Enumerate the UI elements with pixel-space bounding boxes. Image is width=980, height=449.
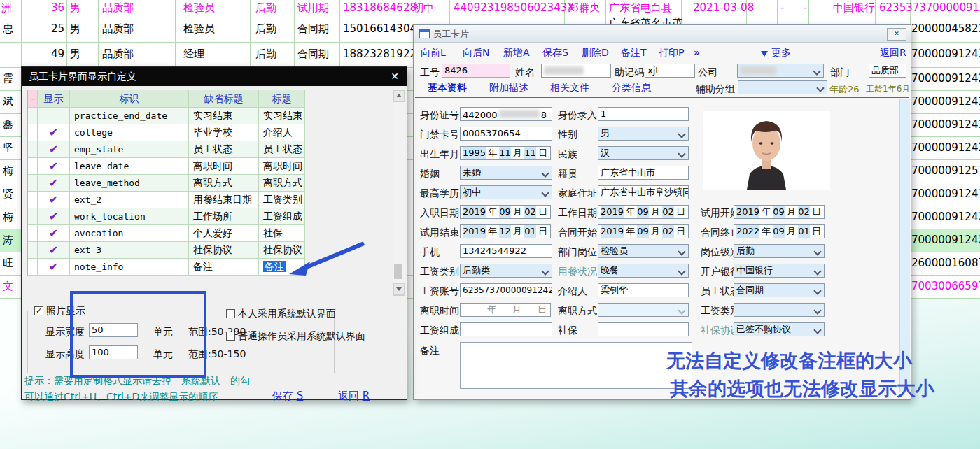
close-icon[interactable]: ✕ [887,28,906,41]
social-agreement-select[interactable]: 已签不购协议 [734,322,825,336]
show-checkbox-cell[interactable]: ✔ [38,175,70,192]
salary-type-select[interactable] [734,303,825,317]
grid-cell[interactable]: 700000912432 [911,118,980,131]
grid-cell[interactable]: 男 [70,1,80,15]
toolbar-add-button[interactable]: 新增A [503,47,530,59]
grid-cell[interactable]: 700000912421 [911,234,980,246]
identifier-cell[interactable]: avocation [70,225,189,242]
grid-cell[interactable]: 后勤 [255,1,276,15]
default-title-cell[interactable]: 用餐结束日期 [189,192,259,208]
grid-cell[interactable]: 25 [42,22,64,35]
marriage-select[interactable]: 未婚 [460,166,552,180]
id-entry-input[interactable]: 1 [598,107,689,121]
show-checkbox-cell[interactable]: ✔ [38,141,70,158]
door-card-input[interactable]: 0005370654 [460,127,552,141]
grid-cell[interactable]: 700000912577 [911,164,980,177]
toolbar-print-button[interactable]: 打印P [659,47,684,59]
save-button[interactable]: 保存 S [272,390,303,403]
show-checkbox-cell[interactable]: ✔ [38,225,70,242]
grid-cell[interactable]: 鑫 [3,118,13,131]
salary-composition-input[interactable] [460,322,552,336]
default-title-cell[interactable]: 员工状态 [189,141,259,158]
table-row[interactable]: ✔ work_location 工作场所 工资组成 [28,208,305,225]
show-checkbox-cell[interactable]: ✔ [38,124,70,141]
grid-cell[interactable]: 44092319850602343X [454,1,575,14]
grid-cell[interactable]: 检验员 [183,1,215,15]
grid-cell[interactable]: 郑群央 [568,1,600,15]
dept-input[interactable]: 品质部 [869,64,906,78]
table-scrollbar[interactable] [393,90,405,296]
table-row[interactable]: ✔ ext_2 用餐结束日期 工资类别 [28,192,305,208]
close-icon[interactable]: ✕ [387,69,402,83]
grid-cell[interactable]: 经理 [183,48,204,61]
grid-cell[interactable]: 18823281922 [343,48,416,60]
grid-cell[interactable]: 男 [70,22,80,36]
grid-cell[interactable]: 品质部 [102,22,134,36]
title-cell[interactable]: 介绍人 [259,124,305,141]
home-address-input[interactable]: 广东省中山市阜沙镇同槲 [598,185,689,199]
default-title-cell[interactable]: 实习结束 [189,108,259,124]
name-input[interactable] [541,64,611,78]
table-row[interactable]: ✔ leave_method 离职方式 离职方式 [28,175,305,192]
company-select[interactable] [737,64,824,78]
table-row[interactable]: ✔ college 毕业学校 介绍人 [28,124,305,141]
self-default-ui-checkbox[interactable] [226,309,235,318]
grid-cell[interactable]: 中国银行 [833,1,875,15]
grid-cell[interactable]: 斌 [3,95,13,108]
grid-cell[interactable]: 合同期 [298,48,329,61]
grid-cell[interactable]: 700000912420 [911,211,980,223]
dept-post-select[interactable]: 检验员 [598,244,689,258]
grid-cell[interactable]: 49 [42,48,64,60]
toolbar-delete-button[interactable]: 删除D [582,47,609,59]
tab-extra-desc[interactable]: 附加描述 [489,82,528,94]
leave-date-input[interactable]: 年 月 日 [460,303,551,317]
table-row-note-info[interactable]: ✔ note_info 备注 备注 [28,259,305,276]
grid-cell[interactable]: 男 [70,48,80,61]
grid-cell[interactable]: 初中 [413,1,434,15]
grid-cell[interactable]: 200000458233 [911,22,980,35]
show-checkbox-cell[interactable] [38,108,70,124]
referrer-input[interactable]: 梁钊华 [598,283,689,297]
hire-date-input[interactable]: 2019年 09月 02日 [460,205,551,219]
salary-account-input[interactable]: 6235737000009124211 [460,283,552,297]
table-row[interactable]: ✔ avocation 个人爱好 社保 [28,225,305,242]
table-row[interactable]: ✔ leave_date 离职时间 离职时间 [28,158,305,175]
scroll-up-icon[interactable] [393,90,405,102]
grid-cell[interactable]: - [780,1,784,14]
grid-cell[interactable]: 试用期 [298,1,329,15]
contract-start-input[interactable]: 2019年 09月 02日 [598,224,689,238]
show-checkbox-cell[interactable]: ✔ [38,259,70,276]
grid-cell[interactable]: 梅 [3,211,13,224]
birth-date-input[interactable]: 1995年 11月 11日 [460,146,551,160]
grid-cell[interactable]: 坚 [3,141,13,155]
grid-cell[interactable]: 霞 [3,72,13,85]
toolbar-overflow-icon[interactable]: » [694,47,700,58]
origin-input[interactable]: 广东省中山市 [598,166,689,180]
table-row[interactable]: ✔ emp_state 员工状态 员工状态 [28,141,305,158]
grid-cell[interactable]: 旺 [3,257,13,270]
back-button[interactable]: 返回 R [338,390,370,403]
default-title-cell[interactable]: 社保协议 [189,242,259,259]
title-cell[interactable]: 实习结束 [259,108,305,124]
emp-no-input[interactable]: 8426 [442,64,510,78]
tab-category-info[interactable]: 分类信息 [612,82,651,94]
default-title-cell[interactable]: 离职方式 [189,175,259,192]
title-cell[interactable]: 离职时间 [259,158,305,175]
title-cell[interactable]: 员工状态 [259,141,305,158]
grid-cell[interactable]: 梅 [3,164,13,178]
grid-cell[interactable]: 后勤 [255,22,276,36]
grid-cell[interactable]: 700000912419 [911,187,980,200]
identifier-cell[interactable]: practice_end_date [70,108,189,124]
salary-category-select[interactable]: 后勤类 [460,264,552,278]
nation-select[interactable]: 汉 [598,146,689,160]
grid-cell[interactable]: 700000912434 [911,48,980,60]
grid-cell[interactable]: 260000160870 [911,257,980,269]
identifier-cell[interactable]: ext_3 [70,242,189,259]
grid-cell[interactable]: 700000912427 [911,95,980,108]
grid-cell[interactable]: 检验员 [183,22,215,36]
toolbar-save-button[interactable]: 保存S [542,47,568,59]
toolbar-back-button[interactable]: 返回R [880,47,906,59]
trial-start-input[interactable]: 2019年 09月 02日 [734,205,825,219]
show-checkbox-cell[interactable]: ✔ [38,192,70,208]
identifier-cell[interactable]: note_info [70,259,189,276]
